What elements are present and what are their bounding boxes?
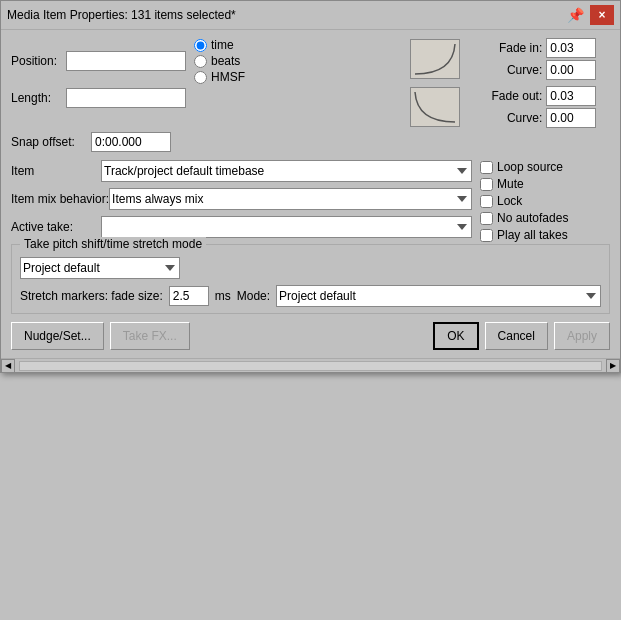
no-autofades-row[interactable]: No autofades <box>480 211 610 225</box>
item-mix-wrapper: Items always mix Items always replace No… <box>109 188 472 210</box>
take-section: Take pitch shift/time stretch mode Proje… <box>11 244 610 314</box>
titlebar: Media Item Properties: 131 items selecte… <box>1 1 620 30</box>
item-mix-label: Item mix behavior: <box>11 192 109 206</box>
mute-checkbox[interactable] <box>480 178 493 191</box>
radio-hmsf-label: HMSF <box>211 70 245 84</box>
play-all-takes-checkbox[interactable] <box>480 229 493 242</box>
loop-source-row[interactable]: Loop source <box>480 160 610 174</box>
cancel-button[interactable]: Cancel <box>485 322 548 350</box>
snap-input[interactable] <box>91 132 171 152</box>
checkboxes-panel: Loop source Mute Lock No autofades Play … <box>480 160 610 244</box>
no-autofades-label: No autofades <box>497 211 568 225</box>
fade-in-input[interactable] <box>546 38 596 58</box>
item-timebase-row: Item Track/project default timebase Time… <box>11 160 472 182</box>
lock-label: Lock <box>497 194 522 208</box>
scrollbar-bottom: ◀ ▶ <box>1 358 620 372</box>
item-label: Item <box>11 164 101 178</box>
button-row: Nudge/Set... Take FX... OK Cancel Apply <box>11 322 610 350</box>
curve-out-input[interactable] <box>546 108 596 128</box>
active-take-select[interactable] <box>101 216 472 238</box>
radio-time-input[interactable] <box>194 39 207 52</box>
middle-section: Item Track/project default timebase Time… <box>11 160 610 244</box>
item-mix-select[interactable]: Items always mix Items always replace No… <box>109 188 472 210</box>
length-row: Length: <box>11 88 400 108</box>
project-default-wrapper: Project default Elastique 3 - Efficient <box>20 257 180 279</box>
stretch-label: Stretch markers: fade size: <box>20 289 163 303</box>
mute-row[interactable]: Mute <box>480 177 610 191</box>
scroll-track[interactable] <box>19 361 602 371</box>
left-panel: Position: time beats HMSF <box>11 38 400 128</box>
curve-in-label: Curve: <box>478 63 542 77</box>
radio-hmsf-input[interactable] <box>194 71 207 84</box>
radio-beats-label: beats <box>211 54 240 68</box>
mode-select[interactable]: Project default Default (transient-optim… <box>276 285 601 307</box>
play-all-takes-label: Play all takes <box>497 228 568 242</box>
ms-label: ms <box>215 289 231 303</box>
dialog-window: Media Item Properties: 131 items selecte… <box>0 0 621 373</box>
fade-out-input[interactable] <box>546 86 596 106</box>
loop-source-checkbox[interactable] <box>480 161 493 174</box>
close-button[interactable]: × <box>590 5 614 25</box>
no-autofades-checkbox[interactable] <box>480 212 493 225</box>
project-default-row: Project default Elastique 3 - Efficient <box>20 257 601 279</box>
item-timebase-select[interactable]: Track/project default timebase Time Beat… <box>101 160 472 182</box>
lock-checkbox[interactable] <box>480 195 493 208</box>
length-input[interactable] <box>66 88 186 108</box>
fade-in-curve-svg <box>413 42 457 76</box>
mode-label: Mode: <box>237 289 270 303</box>
form-fields: Item Track/project default timebase Time… <box>11 160 472 244</box>
fade-panel: Fade in: Curve: Fade out: <box>410 38 610 128</box>
radio-beats-input[interactable] <box>194 55 207 68</box>
length-label: Length: <box>11 91 66 105</box>
active-take-label: Active take: <box>11 220 101 234</box>
play-all-takes-row[interactable]: Play all takes <box>480 228 610 242</box>
active-take-wrapper <box>101 216 472 238</box>
item-mix-row: Item mix behavior: Items always mix Item… <box>11 188 472 210</box>
dialog-content: Position: time beats HMSF <box>1 30 620 358</box>
fade-out-curve-preview <box>410 87 460 127</box>
lock-row[interactable]: Lock <box>480 194 610 208</box>
snap-label: Snap offset: <box>11 135 91 149</box>
radio-beats[interactable]: beats <box>194 54 245 68</box>
ok-button[interactable]: OK <box>433 322 478 350</box>
scroll-right-button[interactable]: ▶ <box>606 359 620 373</box>
stretch-row: Stretch markers: fade size: ms Mode: Pro… <box>20 285 601 307</box>
radio-group: time beats HMSF <box>194 38 245 84</box>
top-section: Position: time beats HMSF <box>11 38 610 128</box>
snap-row: Snap offset: <box>11 132 610 152</box>
take-legend: Take pitch shift/time stretch mode <box>20 237 206 251</box>
curve-in-input[interactable] <box>546 60 596 80</box>
title-text: Media Item Properties: 131 items selecte… <box>7 8 236 22</box>
position-label: Position: <box>11 54 66 68</box>
apply-button[interactable]: Apply <box>554 322 610 350</box>
titlebar-left: Media Item Properties: 131 items selecte… <box>7 8 236 22</box>
mute-label: Mute <box>497 177 524 191</box>
item-timebase-wrapper: Track/project default timebase Time Beat… <box>101 160 472 182</box>
radio-hmsf[interactable]: HMSF <box>194 70 245 84</box>
pin-icon: 📌 <box>567 7 584 23</box>
fade-in-curve-preview <box>410 39 460 79</box>
active-take-row: Active take: <box>11 216 472 238</box>
project-default-select[interactable]: Project default Elastique 3 - Efficient <box>20 257 180 279</box>
fade-out-curve-svg <box>413 90 457 124</box>
take-fx-button[interactable]: Take FX... <box>110 322 190 350</box>
nudge-set-button[interactable]: Nudge/Set... <box>11 322 104 350</box>
position-row: Position: time beats HMSF <box>11 38 400 84</box>
take-content: Project default Elastique 3 - Efficient … <box>20 257 601 307</box>
radio-time-label: time <box>211 38 234 52</box>
position-input[interactable] <box>66 51 186 71</box>
loop-source-label: Loop source <box>497 160 563 174</box>
scroll-left-button[interactable]: ◀ <box>1 359 15 373</box>
stretch-input[interactable] <box>169 286 209 306</box>
fade-in-label: Fade in: <box>478 41 542 55</box>
curve-out-label: Curve: <box>478 111 542 125</box>
mode-select-wrapper: Project default Default (transient-optim… <box>276 285 601 307</box>
fade-out-label: Fade out: <box>478 89 542 103</box>
radio-time[interactable]: time <box>194 38 245 52</box>
